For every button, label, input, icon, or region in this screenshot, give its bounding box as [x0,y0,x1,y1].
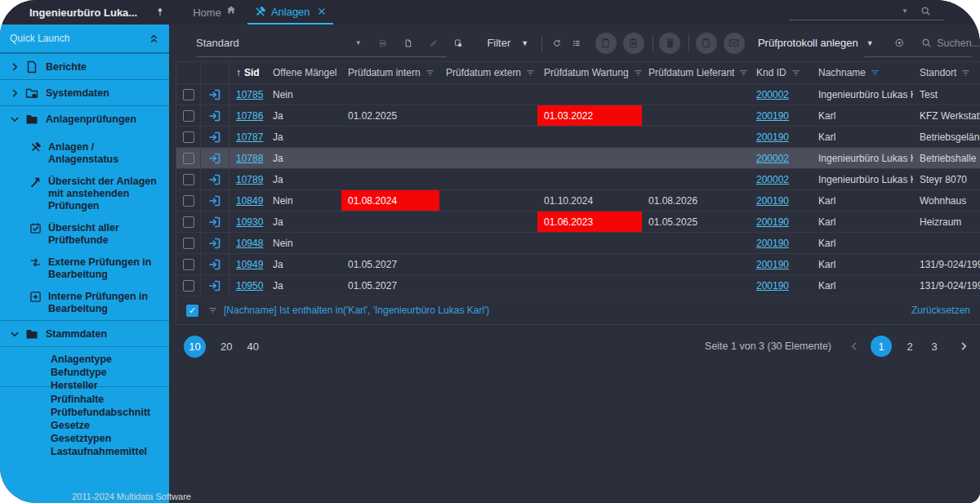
pin-icon[interactable] [155,7,165,18]
knd-id-link[interactable]: 200190 [756,216,789,228]
column-filter-icon[interactable] [634,69,642,78]
chevron-right-icon[interactable] [10,62,20,72]
open-record-icon[interactable] [208,152,221,165]
open-record-icon[interactable] [208,194,221,207]
knd-id-link[interactable]: 200190 [756,259,789,270]
sid-link[interactable]: 10849 [236,195,263,207]
column-chooser-icon[interactable] [572,37,581,50]
new-document-icon[interactable] [404,37,412,50]
open-record-icon[interactable] [208,109,221,122]
knd-id-link[interactable]: 200190 [756,195,789,207]
knd-id-link[interactable]: 200190 [756,131,789,143]
grid-header-prüfdatum-intern[interactable]: Prüfdatum intern [341,62,439,83]
page-size-10[interactable]: 10 [184,336,206,358]
table-row[interactable]: 10849 Nein 01.08.2024 01.10.2024 01.08.2… [176,190,980,211]
row-checkbox[interactable] [183,195,194,207]
table-row[interactable]: 10785 Nein 200002 Ingenieurbüro Lukas Ka… [176,84,980,105]
prev-page-icon[interactable] [849,341,859,351]
tab-home[interactable]: Home [186,0,243,24]
sidebar-item-interne-prüfungen-in-bearbeitung[interactable]: Interne Prüfungen in Bearbeitung [0,286,169,320]
table-row[interactable]: 10950 Ja 01.05.2027 200190 Karl 131/9-02… [176,275,980,296]
page-size-40[interactable]: 40 [247,341,258,353]
knd-id-link[interactable]: 200002 [756,174,789,185]
knd-id-link[interactable]: 200002 [756,89,789,100]
knd-id-link[interactable]: 200190 [756,238,789,249]
sid-link[interactable]: 10786 [236,110,263,122]
filter-caret-icon[interactable]: ▼ [521,39,528,47]
row-checkbox[interactable] [183,153,194,164]
open-record-icon[interactable] [208,131,221,144]
sid-link[interactable]: 10948 [236,238,263,249]
create-pruefprotokoll-button[interactable]: Prüfprotokoll anlegen [758,37,858,49]
collapse-icon[interactable] [149,33,159,44]
column-filter-icon[interactable] [425,69,434,78]
paste-button[interactable] [696,33,717,54]
row-checkbox[interactable] [183,238,194,249]
column-filter-icon[interactable] [739,69,748,78]
grid-header-prüfdatum-extern[interactable]: Prüfdatum extern [439,62,537,83]
close-tab-icon[interactable] [317,7,327,16]
table-row[interactable]: 10786 Ja 01.02.2025 01.03.2022 200190 Ka… [176,105,980,127]
knd-id-link[interactable]: 200190 [756,110,789,122]
sidebar-item-berichte[interactable]: Berichte [0,53,169,79]
add-record-icon[interactable] [895,36,904,50]
page-size-20[interactable]: 20 [220,341,232,353]
sidebar-item-externe-prüfungen-in-bearbeitung[interactable]: Externe Prüfungen in Bearbeitung [0,252,169,286]
grid-search[interactable]: Suchen... [921,38,980,49]
sid-link[interactable]: 10950 [236,280,263,292]
column-filter-icon[interactable] [791,69,800,78]
column-filter-icon[interactable] [961,69,970,78]
tab-anlagen[interactable]: Anlagen [247,0,333,24]
knd-id-link[interactable]: 200190 [756,280,789,292]
grid-header-offene-mängel[interactable]: Offene Mängel [266,62,341,83]
copy-button[interactable] [595,33,617,54]
row-checkbox[interactable] [183,216,194,228]
open-record-icon[interactable] [208,173,221,186]
next-page-icon[interactable] [959,341,969,351]
delete-button[interactable] [659,33,680,54]
row-checkbox[interactable] [183,89,194,100]
layout-select[interactable]: Standard [196,37,239,49]
sidebar-item-systemdaten[interactable]: Systemdaten [0,79,169,105]
grid-header-prüfdatum-lieferant[interactable]: Prüfdatum Lieferant [642,62,750,83]
grid-header-nachname[interactable]: Nachname [812,62,913,83]
table-row[interactable]: 10789 Ja 200002 Ingenieurbüro Lukas Karl… [176,169,980,190]
chevron-down-icon[interactable] [10,329,20,339]
open-record-icon[interactable] [208,279,221,292]
sid-link[interactable]: 10949 [236,259,263,270]
filter-reset-link[interactable]: Zurücksetzen [911,305,970,316]
open-record-icon[interactable] [208,88,221,101]
column-filter-icon[interactable] [871,69,880,78]
grid-header-prüfdatum-wartung[interactable]: Prüfdatum Wartung [537,62,642,83]
row-checkbox[interactable] [183,280,194,292]
save-layout-icon[interactable] [379,37,387,50]
create-button-caret-icon[interactable]: ▼ [866,39,874,47]
grid-header-sid[interactable]: ↑Sid [229,62,266,83]
sidebar-item-stammdaten[interactable]: Stammdaten [0,320,169,346]
copy-layout-icon[interactable] [454,37,462,50]
sid-link[interactable]: 10789 [236,174,263,185]
filter-button[interactable]: Filter [487,37,510,49]
sidebar-item-anlagentype[interactable]: Anlagentype [0,347,169,360]
knd-id-link[interactable]: 200002 [756,153,789,164]
edit-icon[interactable] [430,37,438,50]
grid-header-knd-id[interactable]: Knd ID [750,62,812,83]
row-checkbox[interactable] [183,259,194,270]
sidebar-item-übersicht-aller-prüfbefunde[interactable]: Übersicht aller Prüfbefunde [0,217,169,252]
copy-history-button[interactable] [623,33,644,54]
search-icon[interactable] [920,6,931,16]
sidebar-item-anlagen-anlagenstatus[interactable]: Anlagen / Anlagenstatus [0,136,169,171]
global-search-caret-icon[interactable]: ▼ [902,7,908,15]
sid-link[interactable]: 10785 [236,89,263,100]
table-row[interactable]: 10948 Nein 200190 Karl [176,233,980,254]
mail-button[interactable] [724,33,745,54]
chevron-down-icon[interactable] [10,114,20,124]
column-filter-icon[interactable] [526,69,535,78]
open-record-icon[interactable] [208,237,221,250]
open-record-icon[interactable] [208,258,221,271]
table-row[interactable]: 10949 Ja 01.05.2027 200190 Karl 131/9-02… [176,254,980,275]
sid-link[interactable]: 10787 [236,131,263,143]
global-search[interactable]: ▼ [789,0,944,24]
row-checkbox[interactable] [183,110,194,122]
table-row[interactable]: 10930 Ja 01.06.2023 01.05.2025 200190 Ka… [176,211,980,233]
